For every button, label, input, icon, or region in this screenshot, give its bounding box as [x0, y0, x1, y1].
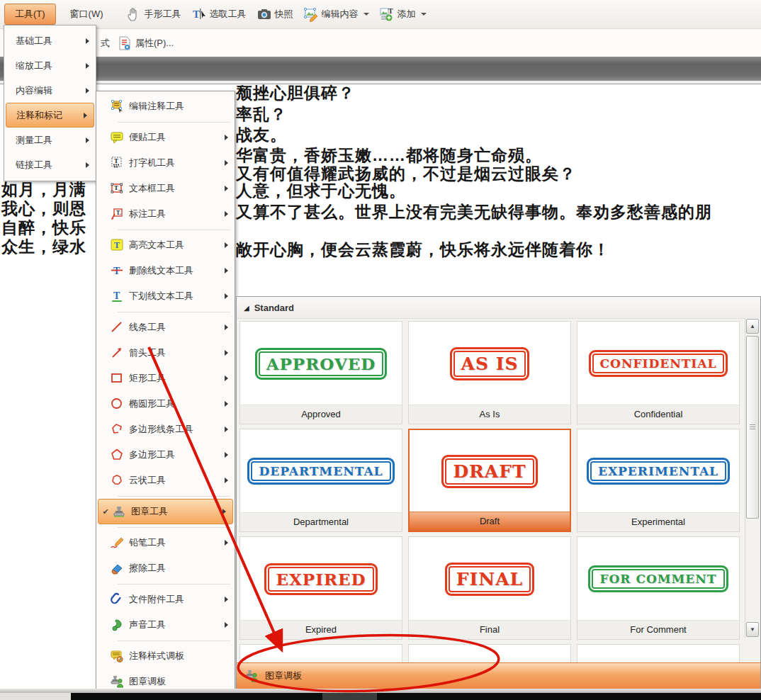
rectangle-icon — [109, 371, 125, 385]
submenu-item-线条工具[interactable]: 线条工具 — [96, 315, 235, 340]
submenu-arrow-icon — [225, 350, 228, 356]
submenu-item-高亮文本工具[interactable]: T高亮文本工具 — [96, 232, 235, 258]
taskbar-segment — [322, 693, 377, 700]
cloud-icon — [109, 473, 125, 487]
submenu-item-声音工具[interactable]: 声音工具 — [96, 612, 235, 638]
collapse-triangle-icon[interactable]: ◢ — [244, 304, 249, 312]
submenu-arrow-icon — [225, 160, 228, 166]
snapshot-button[interactable]: 快照 — [254, 6, 296, 22]
svg-text:T: T — [114, 157, 118, 164]
menubar: 工具(T) 窗口(W) 手形工具 T 选取工具 快照 编辑内容 T 添加 — [0, 0, 761, 29]
stamp-card-clipped[interactable] — [577, 644, 740, 663]
submenu-item-label: 文件附件工具 — [129, 593, 184, 606]
tools-menu-item-4[interactable]: 注释和标记 — [6, 103, 94, 128]
submenu-arrow-icon — [225, 452, 228, 458]
stamp-card-as-is[interactable]: AS ISAs Is — [408, 321, 571, 424]
stamp-card-confidential[interactable]: CONFIDENTIALConfidential — [577, 321, 740, 424]
camera-icon — [257, 6, 272, 22]
ellipse-icon — [109, 397, 125, 411]
submenu-item-矩形工具[interactable]: 矩形工具 — [96, 366, 235, 391]
document-text-line: 战友。 — [236, 124, 287, 146]
edit-content-button[interactable]: 编辑内容 — [300, 6, 372, 22]
submenu-item-多边形线条工具[interactable]: 多边形线条工具 — [96, 417, 235, 442]
stamp-palette-bar[interactable]: 图章调板 — [237, 662, 760, 689]
edit-content-label: 编辑内容 — [322, 8, 359, 21]
checkmark-icon: ✔ — [100, 507, 111, 516]
stamp-card-clipped[interactable] — [408, 644, 571, 663]
submenu-item-标注工具[interactable]: T.标注工具 — [96, 201, 235, 227]
stamp-card-final[interactable]: FINALFinal — [408, 536, 571, 640]
stamp-card-experimental[interactable]: EXPERIMENTALExperimental — [577, 429, 740, 532]
stamps-scrollbar[interactable]: ▲ ▼ — [745, 318, 760, 638]
stamps-grid: APPROVEDApprovedAS ISAs IsCONFIDENTIALCo… — [239, 321, 744, 663]
submenu-item-便贴工具[interactable]: 便贴工具 — [96, 125, 235, 150]
menu-window-button[interactable]: 窗口(W) — [60, 4, 113, 24]
submenu-item-铅笔工具[interactable]: 铅笔工具 — [96, 530, 235, 555]
scroll-up-button[interactable]: ▲ — [746, 319, 759, 334]
submenu-item-图章工具[interactable]: ✔图章工具 — [98, 499, 233, 524]
submenu-item-label: 云状工具 — [129, 474, 166, 487]
scroll-down-button[interactable]: ▼ — [746, 622, 759, 637]
submenu-item-删除线文本工具[interactable]: T删除线文本工具 — [96, 258, 235, 283]
stamp-caption: Departmental — [240, 512, 402, 531]
submenu-arrow-icon — [84, 113, 87, 118]
stamp-caption: As Is — [409, 405, 570, 424]
tools-menu-item-5[interactable]: 测量工具 — [4, 128, 96, 152]
tools-menu-item-label: 注释和标记 — [16, 110, 62, 120]
submenu-item-编辑注释工具[interactable]: 编辑注释工具 — [96, 94, 235, 119]
select-tool-label: 选取工具 — [210, 8, 247, 21]
submenu-item-箭头工具[interactable]: 箭头工具 — [96, 340, 235, 366]
stamp-card-draft[interactable]: DRAFTDraft — [408, 429, 571, 532]
stamp-preview-area: FOR COMMENT — [577, 537, 739, 621]
tools-menu-item-1[interactable]: 基础工具 — [4, 28, 96, 53]
stamp-card-departmental[interactable]: DEPARTMENTALDepartmental — [239, 429, 402, 532]
edit-content-dropdown-arrow[interactable] — [363, 13, 369, 16]
submenu-arrow-icon — [225, 242, 228, 248]
submenu-item-label: 下划线文本工具 — [129, 290, 193, 303]
submenu-item-label: 图章调板 — [129, 675, 166, 688]
stamp-card-approved[interactable]: APPROVEDApproved — [239, 321, 402, 424]
menu-separator — [96, 638, 235, 643]
document-text-line: 众生，绿水 — [1, 236, 86, 258]
submenu-arrow-icon — [225, 540, 228, 546]
tools-menu-item-3[interactable]: 内容编辑 — [4, 78, 96, 103]
submenu-item-注释样式调板[interactable]: 注释样式调板 — [96, 643, 235, 669]
submenu-item-擦除工具[interactable]: 擦除工具 — [96, 555, 235, 581]
menu-tools-button[interactable]: 工具(T) — [4, 4, 56, 25]
add-dropdown-arrow[interactable] — [421, 13, 427, 16]
stamp-caption: Final — [409, 620, 570, 639]
stamp-caption: Expired — [240, 620, 402, 639]
submenu-item-云状工具[interactable]: 云状工具 — [96, 468, 235, 493]
tools-menu-item-2[interactable]: 缩放工具 — [4, 53, 96, 78]
stamps-panel-header[interactable]: ◢ Standard — [237, 297, 760, 319]
stamp-card-for-comment[interactable]: FOR COMMENTFor Comment — [577, 536, 740, 640]
submenu-item-下划线文本工具[interactable]: T下划线文本工具 — [96, 283, 235, 309]
stamp-card-expired[interactable]: EXPIREDExpired — [239, 536, 402, 640]
add-button[interactable]: T 添加 — [376, 6, 429, 22]
submenu-item-文本框工具[interactable]: T_文本框工具 — [96, 176, 235, 201]
properties-label[interactable]: 属性(P)... — [135, 37, 174, 50]
submenu-arrow-icon — [225, 376, 228, 381]
select-tool-button[interactable]: T 选取工具 — [188, 6, 249, 22]
submenu-item-椭圆形工具[interactable]: 椭圆形工具 — [96, 391, 235, 417]
stamp-caption: Confidential — [577, 405, 739, 424]
tools-menu-item-6[interactable]: 链接工具 — [4, 152, 96, 177]
submenu-item-label: 线条工具 — [129, 321, 166, 334]
submenu-item-文件附件工具[interactable]: 文件附件工具 — [96, 587, 235, 612]
document-text-line: 人意，但求于心无愧。 — [236, 180, 406, 202]
scrollbar-thumb[interactable] — [746, 336, 759, 519]
stamp-text: FINAL — [445, 563, 534, 596]
submenu-item-label: 删除线文本工具 — [129, 264, 193, 277]
submenu-item-label: 箭头工具 — [129, 346, 166, 359]
edit-annotation-icon — [109, 99, 125, 113]
scrollbar-grip — [750, 424, 755, 429]
svg-text:T.: T. — [116, 210, 121, 216]
stamps-panel-body: APPROVEDApprovedAS ISAs IsCONFIDENTIALCo… — [237, 318, 760, 663]
tools-menu-item-label: 缩放工具 — [16, 60, 52, 71]
submenu-item-打字机工具[interactable]: T打字机工具 — [96, 150, 235, 176]
menu-separator — [96, 493, 235, 499]
hand-tool-button[interactable]: 手形工具 — [123, 6, 184, 22]
typewriter-icon: T — [109, 156, 125, 170]
submenu-item-多边形工具[interactable]: 多边形工具 — [96, 442, 235, 468]
stamp-card-clipped[interactable] — [239, 644, 402, 663]
